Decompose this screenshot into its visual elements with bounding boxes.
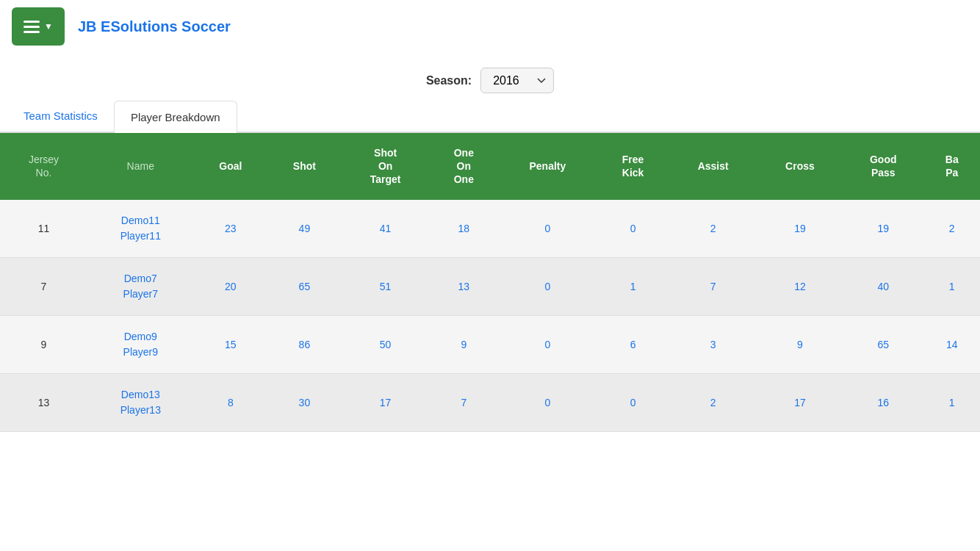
cell-free-kick: 1 — [597, 257, 669, 315]
cell-shot-on-target: 51 — [342, 257, 430, 315]
table-row: 11 Demo11Player11 23 49 41 18 0 0 2 19 1… — [0, 200, 980, 258]
cell-one-on-one: 13 — [430, 257, 498, 315]
cell-penalty: 0 — [498, 315, 597, 373]
cell-good-pass: 40 — [843, 257, 923, 315]
cell-name: Demo9Player9 — [87, 315, 194, 373]
cell-penalty: 0 — [498, 257, 597, 315]
cell-assist: 2 — [669, 200, 757, 258]
cell-assist: 7 — [669, 257, 757, 315]
cell-free-kick: 0 — [597, 200, 669, 258]
cell-shot-on-target: 50 — [342, 315, 430, 373]
menu-icon — [24, 21, 40, 33]
cell-bad-pass: 2 — [923, 200, 980, 258]
cell-shot-on-target: 17 — [342, 373, 430, 431]
cell-bad-pass: 14 — [923, 315, 980, 373]
season-row: Season: 2016 2015 2014 — [0, 53, 980, 101]
cell-goal: 8 — [194, 373, 268, 431]
cell-one-on-one: 7 — [430, 373, 498, 431]
col-shot: Shot — [267, 133, 342, 200]
cell-name: Demo7Player7 — [87, 257, 194, 315]
season-select[interactable]: 2016 2015 2014 — [480, 68, 554, 93]
table-row: 13 Demo13Player13 8 30 17 7 0 0 2 17 16 … — [0, 373, 980, 431]
header: ▼ JB ESolutions Soccer — [0, 0, 980, 53]
col-bad-pass: BaPa — [923, 133, 980, 200]
col-penalty: Penalty — [498, 133, 597, 200]
cell-jersey: 7 — [0, 257, 87, 315]
tabs-bar: Team Statistics Player Breakdown — [0, 101, 980, 133]
cell-shot: 49 — [267, 200, 342, 258]
cell-good-pass: 19 — [843, 200, 923, 258]
col-name: Name — [87, 133, 194, 200]
tab-team-statistics[interactable]: Team Statistics — [7, 101, 114, 133]
cell-jersey: 11 — [0, 200, 87, 258]
col-one-on-one: OneOnOne — [430, 133, 498, 200]
col-shot-on-target: ShotOnTarget — [342, 133, 430, 200]
cell-free-kick: 6 — [597, 315, 669, 373]
table-row: 9 Demo9Player9 15 86 50 9 0 6 3 9 65 14 — [0, 315, 980, 373]
menu-button[interactable]: ▼ — [12, 7, 65, 46]
cell-bad-pass: 1 — [923, 373, 980, 431]
cell-shot: 65 — [267, 257, 342, 315]
app-title: JB ESolutions Soccer — [78, 18, 231, 35]
cell-cross: 9 — [757, 315, 843, 373]
stats-table-wrapper: JerseyNo. Name Goal Shot ShotOnTarget On… — [0, 133, 980, 432]
cell-goal: 20 — [194, 257, 268, 315]
col-assist: Assist — [669, 133, 757, 200]
cell-bad-pass: 1 — [923, 257, 980, 315]
cell-cross: 19 — [757, 200, 843, 258]
cell-cross: 12 — [757, 257, 843, 315]
cell-free-kick: 0 — [597, 373, 669, 431]
cell-name: Demo13Player13 — [87, 373, 194, 431]
col-good-pass: GoodPass — [843, 133, 923, 200]
season-label: Season: — [426, 74, 472, 87]
table-header-row: JerseyNo. Name Goal Shot ShotOnTarget On… — [0, 133, 980, 200]
cell-good-pass: 16 — [843, 373, 923, 431]
cell-cross: 17 — [757, 373, 843, 431]
tab-player-breakdown[interactable]: Player Breakdown — [114, 101, 237, 133]
stats-table: JerseyNo. Name Goal Shot ShotOnTarget On… — [0, 133, 980, 432]
col-jersey: JerseyNo. — [0, 133, 87, 200]
chevron-down-icon: ▼ — [44, 21, 53, 32]
cell-shot: 30 — [267, 373, 342, 431]
cell-shot-on-target: 41 — [342, 200, 430, 258]
cell-shot: 86 — [267, 315, 342, 373]
col-goal: Goal — [194, 133, 268, 200]
cell-penalty: 0 — [498, 200, 597, 258]
cell-good-pass: 65 — [843, 315, 923, 373]
cell-assist: 3 — [669, 315, 757, 373]
col-free-kick: FreeKick — [597, 133, 669, 200]
cell-jersey: 9 — [0, 315, 87, 373]
cell-one-on-one: 9 — [430, 315, 498, 373]
cell-one-on-one: 18 — [430, 200, 498, 258]
cell-jersey: 13 — [0, 373, 87, 431]
col-cross: Cross — [757, 133, 843, 200]
cell-name: Demo11Player11 — [87, 200, 194, 258]
cell-goal: 15 — [194, 315, 268, 373]
cell-goal: 23 — [194, 200, 268, 258]
table-row: 7 Demo7Player7 20 65 51 13 0 1 7 12 40 1 — [0, 257, 980, 315]
cell-penalty: 0 — [498, 373, 597, 431]
cell-assist: 2 — [669, 373, 757, 431]
